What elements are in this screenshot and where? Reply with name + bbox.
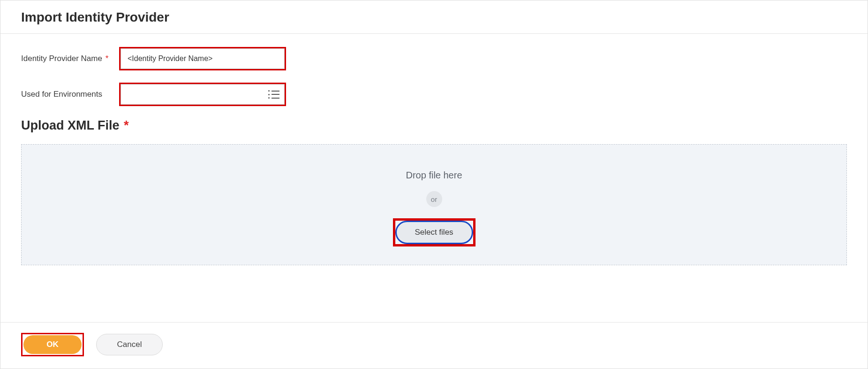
used-for-environments-picker[interactable] [121,84,285,105]
dialog-content: Identity Provider Name * Used for Enviro… [0,34,868,265]
cancel-button[interactable]: Cancel [96,334,163,355]
required-asterisk: * [124,118,129,132]
section-title-text: Upload XML File [21,118,120,132]
select-files-button[interactable]: Select files [395,221,473,244]
cancel-button-label: Cancel [117,340,142,349]
select-files-label: Select files [415,228,453,237]
label-identity-provider-name: Identity Provider Name * [21,54,119,63]
list-picker-icon [268,90,279,99]
ok-button-label: OK [46,340,59,349]
dialog-header: Import Identity Provider [0,0,868,34]
dropzone-or-separator: or [426,191,442,207]
highlight-ok-button: OK [21,333,84,356]
label-text: Identity Provider Name [21,54,102,63]
label-text: Used for Environments [21,90,102,99]
required-asterisk: * [106,54,109,63]
identity-provider-name-input[interactable] [121,48,285,69]
label-used-for-environments: Used for Environments [21,90,119,99]
page-title: Import Identity Provider [21,10,847,25]
row-used-for-environments: Used for Environments [21,83,847,106]
dropzone-instruction: Drop file here [406,170,462,181]
ok-button[interactable]: OK [23,335,82,354]
highlight-select-files: Select files [393,218,476,246]
highlight-used-for-environments [119,83,286,106]
dialog-footer: OK Cancel [0,322,868,369]
upload-dropzone[interactable]: Drop file here or Select files [21,144,847,265]
highlight-identity-provider-name [119,47,286,70]
row-identity-provider-name: Identity Provider Name * [21,47,847,70]
upload-xml-section-title: Upload XML File * [21,118,847,133]
